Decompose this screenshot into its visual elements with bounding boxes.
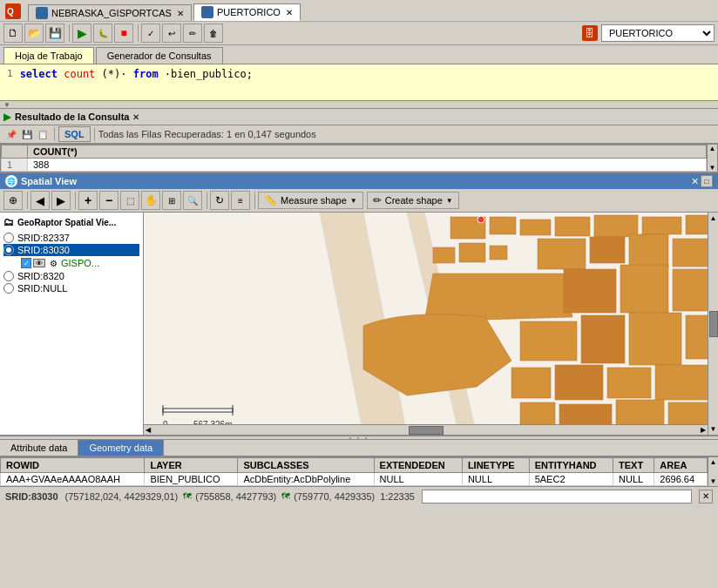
spatial-view-close[interactable]: ✕ xyxy=(691,176,699,187)
sp-zoomwin-btn[interactable]: 🔍 xyxy=(183,191,202,210)
tab-query-builder[interactable]: Generador de Consultas xyxy=(96,47,223,64)
format-btn[interactable]: ✏ xyxy=(183,24,202,43)
layer-visibility[interactable]: 👁 xyxy=(33,259,45,267)
map-scrollbar-v[interactable]: ▲ ▼ xyxy=(708,213,718,435)
col-linetype: LINETYPE xyxy=(462,458,529,473)
results-close-btn[interactable]: ✕ xyxy=(132,112,139,122)
results-toolbar: 📌 💾 📋 SQL Todas las Filas Recuperadas: 1… xyxy=(0,125,718,144)
scroll-right-btn[interactable]: ▶ xyxy=(699,424,708,435)
layer-checkbox[interactable]: ✓ xyxy=(21,258,31,268)
sp-zoomfit-btn[interactable]: ⊞ xyxy=(162,191,181,210)
status-bar: SRID:83030 (757182,024, 4429329,01) 🗺 (7… xyxy=(0,486,718,505)
kw-parens: (*)· xyxy=(102,68,127,80)
tree-node-srid83030-label: SRID:83030 xyxy=(17,245,70,255)
col-header-count: COUNT(*) xyxy=(28,145,707,159)
scroll-thumb[interactable] xyxy=(709,311,718,337)
svg-rect-34 xyxy=(163,409,233,412)
sp-layers-btn[interactable]: ≡ xyxy=(231,191,250,210)
kw-from: from xyxy=(133,68,159,80)
spatial-view-section: 🌐 Spatial View ✕ □ ⊕ ◀ ▶ + − ⬚ ✋ ⊞ 🔍 ↻ ≡… xyxy=(0,173,718,436)
map-area[interactable]: 0 567,326m ▲ ▼ ◀ ▶ xyxy=(144,213,718,435)
radio-srid83030 xyxy=(3,245,14,255)
scroll-left-btn[interactable]: ◀ xyxy=(144,424,152,435)
sp-back-btn[interactable]: ◀ xyxy=(30,191,50,210)
kw-select: select xyxy=(20,68,58,80)
layer-gear[interactable]: ⚙ xyxy=(47,257,59,269)
tree-node-srid82337[interactable]: SRID:82337 xyxy=(3,232,139,244)
tree-node-srid8320[interactable]: SRID:8320 xyxy=(3,270,139,282)
cell-entityhand: 5AEC2 xyxy=(529,473,613,486)
run-btn[interactable]: ▶ xyxy=(72,24,91,43)
commit-btn[interactable]: ✓ xyxy=(141,24,160,43)
app-icon: Q xyxy=(3,2,23,21)
scroll-up-btn[interactable]: ▲ xyxy=(708,213,718,224)
sp-pan-btn[interactable]: ✋ xyxy=(141,191,160,210)
debug-btn[interactable]: 🐛 xyxy=(93,24,112,43)
result-save-btn[interactable]: 💾 xyxy=(19,126,35,142)
open-btn[interactable]: 📂 xyxy=(24,24,44,43)
tab-worksheet[interactable]: Hoja de Trabajo xyxy=(3,47,94,64)
svg-rect-18 xyxy=(564,269,616,313)
tab-geometry-data[interactable]: Geometry data xyxy=(78,440,164,456)
tab-attribute-data[interactable]: Attribute data xyxy=(0,440,78,456)
stop-btn[interactable]: ■ xyxy=(114,24,133,43)
tab-puertorico-close[interactable]: ✕ xyxy=(286,8,293,17)
results-scrollbar[interactable]: ▲ ▼ xyxy=(707,145,717,172)
svg-rect-7 xyxy=(555,217,590,236)
svg-rect-9 xyxy=(642,217,681,234)
results-tab-label: Resultado de la Consulta xyxy=(15,112,129,122)
results-section: ▶ Resultado de la Consulta ✕ 📌 💾 📋 SQL T… xyxy=(0,109,718,173)
sp-zoomout-btn[interactable]: − xyxy=(99,191,119,210)
status-input[interactable] xyxy=(422,490,692,504)
data-scrollbar[interactable]: ▲ ▼ xyxy=(708,457,718,486)
tree-node-srid83030[interactable]: SRID:83030 xyxy=(3,244,139,256)
col-text: TEXT xyxy=(613,458,654,473)
result-pin-btn[interactable]: 📌 xyxy=(3,126,19,142)
tab-nebraska[interactable]: NEBRASKA_GISPORTCAS ✕ xyxy=(28,4,192,21)
scroll-hthumb[interactable] xyxy=(409,426,444,435)
svg-rect-14 xyxy=(538,239,586,269)
results-status: Todas las Filas Recuperadas: 1 en 0,147 … xyxy=(98,129,316,139)
query-text-area[interactable]: select count (*)· from ·bien_publico; xyxy=(20,68,253,80)
bottom-tab-bar: Attribute data Geometry data xyxy=(0,440,718,456)
new-btn[interactable]: 🗋 xyxy=(3,24,23,43)
result-row-1[interactable]: 1 388 xyxy=(2,159,707,172)
geometry-row-1[interactable]: AAA+GVAAeAAAAO8AAH BIEN_PUBLICO AcDbEnti… xyxy=(1,473,708,486)
clear-btn[interactable]: 🗑 xyxy=(204,24,223,43)
spatial-view-title: Spatial View xyxy=(21,176,688,186)
db-select[interactable]: PUERTORICO xyxy=(601,24,715,42)
tree-panel: 🗂 GeoRaptor Spatial Vie... SRID:82337 SR… xyxy=(0,213,144,435)
sp-refresh-btn[interactable]: ↻ xyxy=(210,191,229,210)
col-rowid: ROWID xyxy=(1,458,145,473)
create-shape-btn[interactable]: ✏ Create shape ▼ xyxy=(367,192,459,209)
status-clear-btn[interactable]: ✕ xyxy=(699,490,713,504)
map-scrollbar-h[interactable]: ◀ ▶ xyxy=(144,424,708,435)
sql-label-btn[interactable]: SQL xyxy=(58,126,91,142)
sp-forward-btn[interactable]: ▶ xyxy=(51,191,71,210)
tab-nebraska-close[interactable]: ✕ xyxy=(177,9,184,18)
svg-text:🗄: 🗄 xyxy=(585,28,594,38)
spatial-view-restore[interactable]: □ xyxy=(701,175,713,187)
scroll-down-btn[interactable]: ▼ xyxy=(708,423,718,435)
result-copy-btn[interactable]: 📋 xyxy=(35,126,51,142)
data-table-area: ROWID LAYER SUBCLASSES EXTENDEDEN LINETY… xyxy=(0,456,718,486)
tab-puertorico[interactable]: PUERTORICO ✕ xyxy=(193,3,301,21)
results-table: COUNT(*) 1 388 ▲ ▼ xyxy=(0,144,718,172)
measure-dropdown-arrow: ▼ xyxy=(350,197,357,205)
kw-count: count xyxy=(64,68,95,80)
sp-zoomin-btn[interactable]: + xyxy=(78,191,98,210)
col-entityhand: ENTITYHAND xyxy=(529,458,613,473)
result-count-value: 388 xyxy=(28,159,707,172)
save-btn[interactable]: 💾 xyxy=(45,24,64,43)
tree-node-sridNULL[interactable]: SRID:NULL xyxy=(3,282,139,294)
measure-shape-btn[interactable]: 📏 Measure shape ▼ xyxy=(258,192,363,209)
rollback-btn[interactable]: ↩ xyxy=(162,24,181,43)
svg-rect-22 xyxy=(581,315,625,363)
tab-worksheet-label: Hoja de Trabajo xyxy=(15,51,83,61)
radio-sridNULL xyxy=(3,283,14,294)
query-editor: 1 select count (*)· from ·bien_publico; xyxy=(0,64,718,101)
results-play-icon: ▶ xyxy=(3,111,11,123)
main-toolbar: 🗋 📂 💾 ▶ 🐛 ■ ✓ ↩ ✏ 🗑 🗄 PUERTORICO xyxy=(0,22,718,45)
sp-zoombox-btn[interactable]: ⬚ xyxy=(120,191,139,210)
sp-select-btn[interactable]: ⊕ xyxy=(3,191,23,210)
